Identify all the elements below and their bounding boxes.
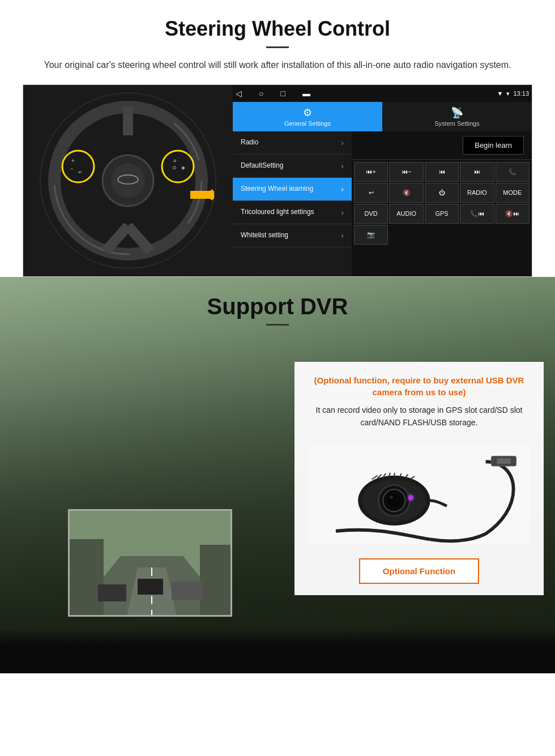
status-bar: ▼ ▾ 13:13 bbox=[497, 90, 529, 97]
steering-photo: + − ↵ ≡ ⊙ ◈ bbox=[23, 85, 233, 276]
ctrl-btn-power[interactable]: ⏻ bbox=[425, 183, 459, 203]
settings-menu-list: Radio › DefaultSetting › Steering Wheel … bbox=[233, 131, 352, 276]
dvr-optional-note: (Optional function, require to buy exter… bbox=[308, 374, 530, 398]
ctrl-btn-prev[interactable]: ⏮ bbox=[425, 162, 459, 182]
dvr-background: Support DVR bbox=[0, 277, 555, 673]
ctrl-btn-call[interactable]: 📞 bbox=[496, 162, 530, 182]
dvr-camera-svg bbox=[308, 444, 530, 546]
begin-learn-button[interactable]: Begin learn bbox=[463, 136, 524, 155]
ctrl-btn-mode[interactable]: MODE bbox=[496, 183, 530, 203]
chevron-icon-5: › bbox=[341, 231, 344, 240]
svg-text:−: − bbox=[70, 166, 73, 172]
page-title: Steering Wheel Control bbox=[23, 17, 532, 41]
signal-icon: ▼ bbox=[497, 90, 503, 97]
recent-nav-icon: □ bbox=[280, 89, 285, 98]
ctrl-row-1: ⏮+ ⏮− ⏮ ⏭ 📞 bbox=[354, 162, 530, 182]
menu-radio-label: Radio bbox=[241, 138, 258, 147]
svg-text:≡: ≡ bbox=[173, 158, 176, 164]
wifi-icon: ▾ bbox=[506, 90, 510, 97]
settings-body: Radio › DefaultSetting › Steering Wheel … bbox=[233, 131, 532, 276]
menu-tricoloured-label: Tricoloured light settings bbox=[241, 208, 314, 217]
svg-rect-25 bbox=[98, 584, 126, 601]
android-nav-bar: ◁ ○ □ ▬ ▼ ▾ 13:13 bbox=[233, 85, 532, 102]
ctrl-btn-vol-down[interactable]: ⏮− bbox=[389, 162, 423, 182]
steering-demo-area: + − ↵ ≡ ⊙ ◈ ◁ ○ □ ▬ bbox=[23, 84, 532, 277]
svg-text:+: + bbox=[71, 157, 75, 164]
section-subtitle: Your original car's steering wheel contr… bbox=[34, 58, 521, 72]
optional-function-button[interactable]: Optional Function bbox=[359, 558, 479, 584]
ctrl-btn-gps[interactable]: GPS bbox=[425, 204, 459, 224]
svg-rect-30 bbox=[497, 458, 511, 464]
svg-point-46 bbox=[406, 493, 415, 502]
tab-system-label: System Settings bbox=[434, 120, 479, 127]
general-settings-icon: ⚙ bbox=[303, 106, 312, 119]
ctrl-btn-audio[interactable]: AUDIO bbox=[389, 204, 423, 224]
menu-steering-label: Steering Wheel learning bbox=[241, 185, 313, 194]
svg-rect-24 bbox=[200, 545, 232, 617]
ctrl-btn-dvd[interactable]: DVD bbox=[354, 204, 388, 224]
dvr-preview-svg bbox=[70, 511, 232, 617]
dashboard-overlay bbox=[0, 628, 555, 673]
svg-text:◈: ◈ bbox=[181, 165, 185, 170]
chevron-icon-4: › bbox=[341, 208, 344, 217]
control-buttons-grid: ⏮+ ⏮− ⏮ ⏭ 📞 ↩ 🔇 ⏻ RADIO MODE bbox=[352, 160, 532, 247]
ctrl-btn-mute-next[interactable]: 🔇⏭ bbox=[496, 204, 530, 224]
chevron-icon: › bbox=[341, 138, 344, 147]
dvr-section-title: Support DVR bbox=[207, 294, 348, 319]
svg-point-36 bbox=[390, 496, 393, 499]
back-nav-icon: ◁ bbox=[236, 89, 242, 98]
menu-default-label: DefaultSetting bbox=[241, 161, 283, 170]
chevron-icon-2: › bbox=[341, 161, 344, 170]
tab-general-settings[interactable]: ⚙ General Settings bbox=[233, 102, 382, 131]
dvr-title-area: Support DVR bbox=[207, 277, 348, 326]
menu-item-whitelist[interactable]: Whitelist setting › bbox=[233, 224, 352, 247]
title-divider bbox=[266, 46, 289, 48]
ctrl-btn-vol-up[interactable]: ⏮+ bbox=[354, 162, 388, 182]
tab-general-label: General Settings bbox=[284, 120, 331, 127]
chevron-icon-3: › bbox=[341, 185, 344, 194]
dvr-info-card: (Optional function, require to buy exter… bbox=[294, 362, 544, 595]
dvr-section: Support DVR bbox=[0, 277, 555, 673]
system-settings-icon: 📡 bbox=[451, 106, 463, 119]
svg-rect-27 bbox=[138, 579, 163, 595]
svg-rect-18 bbox=[190, 191, 214, 199]
svg-text:↵: ↵ bbox=[78, 169, 83, 175]
menu-whitelist-label: Whitelist setting bbox=[241, 231, 288, 240]
svg-rect-23 bbox=[70, 539, 104, 617]
steering-wheel-control-panel: Begin learn ⏮+ ⏮− ⏮ ⏭ 📞 ↩ bbox=[352, 131, 532, 276]
ctrl-row-3: DVD AUDIO GPS 📞⏮ 🔇⏭ bbox=[354, 204, 530, 224]
settings-tabs: ⚙ General Settings 📡 System Settings bbox=[233, 102, 532, 131]
menu-item-tricoloured[interactable]: Tricoloured light settings › bbox=[233, 201, 352, 224]
menu-item-radio[interactable]: Radio › bbox=[233, 131, 352, 155]
svg-point-35 bbox=[387, 494, 401, 507]
time-display: 13:13 bbox=[513, 90, 529, 97]
dvr-preview-thumbnail bbox=[68, 509, 232, 617]
android-ui-mock: ◁ ○ □ ▬ ▼ ▾ 13:13 ⚙ General Settings 📡 bbox=[233, 85, 532, 276]
menu-item-steering-wheel[interactable]: Steering Wheel learning › bbox=[233, 178, 352, 201]
svg-point-7 bbox=[111, 164, 145, 198]
steering-wheel-svg: + − ↵ ≡ ⊙ ◈ bbox=[37, 90, 219, 271]
dvr-camera-image bbox=[308, 438, 530, 552]
tab-system-settings[interactable]: 📡 System Settings bbox=[382, 102, 532, 131]
ctrl-btn-camera[interactable]: 📷 bbox=[354, 225, 388, 245]
steering-wheel-section: Steering Wheel Control Your original car… bbox=[0, 0, 555, 277]
ctrl-btn-hangup[interactable]: ↩ bbox=[354, 183, 388, 203]
ctrl-row-4: 📷 bbox=[354, 225, 530, 245]
home-nav-icon: ○ bbox=[259, 89, 263, 98]
dvr-description: It can record video only to storage in G… bbox=[308, 404, 530, 429]
svg-rect-26 bbox=[172, 582, 203, 600]
svg-text:⊙: ⊙ bbox=[172, 165, 177, 170]
ctrl-btn-next[interactable]: ⏭ bbox=[460, 162, 494, 182]
ctrl-btn-mute[interactable]: 🔇 bbox=[389, 183, 423, 203]
menu-item-default-setting[interactable]: DefaultSetting › bbox=[233, 155, 352, 178]
ctrl-btn-call-prev[interactable]: 📞⏮ bbox=[460, 204, 494, 224]
ctrl-row-2: ↩ 🔇 ⏻ RADIO MODE bbox=[354, 183, 530, 203]
ctrl-btn-radio[interactable]: RADIO bbox=[460, 183, 494, 203]
begin-learn-row: Begin learn bbox=[352, 131, 532, 160]
menu-nav-icon: ▬ bbox=[302, 89, 310, 98]
dvr-divider bbox=[266, 324, 289, 326]
svg-line-41 bbox=[394, 473, 395, 477]
